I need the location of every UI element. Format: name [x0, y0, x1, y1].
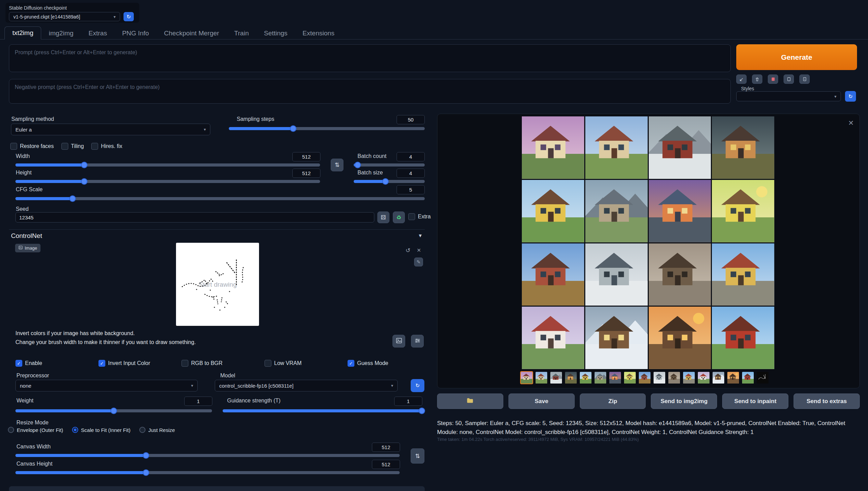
gallery-thumbnail-2[interactable]: [535, 371, 548, 384]
checkbox-restore-faces[interactable]: Restore faces: [10, 143, 54, 150]
checkbox-enable[interactable]: ✓ Enable: [15, 360, 98, 367]
gallery-thumbnail-4[interactable]: [564, 371, 577, 384]
slider-track[interactable]: [354, 163, 425, 167]
guidance-strength-value[interactable]: 1: [394, 397, 422, 406]
gallery-image-2[interactable]: [585, 116, 648, 179]
extra-networks-button[interactable]: [768, 75, 778, 84]
gallery-image-13[interactable]: [522, 307, 584, 369]
clear-prompt-button[interactable]: [752, 75, 762, 84]
canvas-settings-button[interactable]: [411, 335, 424, 347]
slider-handle[interactable]: [81, 162, 87, 168]
gallery-thumbnail-11[interactable]: [668, 371, 681, 384]
sampling-steps-slider[interactable]: [229, 125, 425, 132]
checkbox-extra[interactable]: Extra: [408, 213, 431, 220]
checkbox-guess-mode[interactable]: ✓ Guess Mode: [348, 360, 431, 367]
checkbox-hires-fix[interactable]: Hires. fix: [91, 143, 122, 150]
batch-size-slider[interactable]: [354, 178, 425, 185]
controlnet-collapse-icon[interactable]: ▼: [418, 233, 423, 238]
canvas-height-value[interactable]: 512: [372, 460, 400, 469]
send-to-extras-button[interactable]: Send to extras: [794, 393, 860, 409]
slider-handle[interactable]: [354, 162, 361, 168]
gallery-image-1[interactable]: [522, 116, 584, 179]
radio-scale-to-fit-inner-fit[interactable]: Scale to Fit (Inner Fit): [72, 427, 130, 433]
gallery-thumbnail-9[interactable]: [638, 371, 651, 384]
slider-handle[interactable]: [143, 452, 149, 459]
apply-style-button[interactable]: [784, 75, 794, 84]
tab-png-info[interactable]: PNG Info: [115, 27, 156, 39]
radio-just-resize[interactable]: Just Resize: [139, 427, 175, 433]
gallery-thumbnail-5[interactable]: [579, 371, 592, 384]
gallery-image-11[interactable]: [649, 243, 711, 306]
canvas-height-slider[interactable]: [15, 469, 400, 476]
controlnet-section-title[interactable]: ControlNet: [11, 232, 42, 240]
slider-handle[interactable]: [419, 408, 425, 414]
model-select[interactable]: control_scribble-fp16 [c508311e] ▾: [215, 380, 398, 391]
send-to-img2img-button[interactable]: Send to img2img: [651, 393, 717, 409]
tab-train[interactable]: Train: [227, 27, 257, 39]
gallery-thumbnail-scribble[interactable]: [756, 371, 769, 384]
tab-txt2img[interactable]: txt2img: [4, 26, 41, 39]
tab-extras[interactable]: Extras: [81, 27, 115, 39]
controlnet-drawing-canvas[interactable]: Start drawing: [176, 243, 259, 326]
tab-checkpoint-merger[interactable]: Checkpoint Merger: [156, 27, 227, 39]
batch-count-slider[interactable]: [354, 161, 425, 169]
gallery-thumbnail-16[interactable]: [741, 371, 754, 384]
gallery-image-4[interactable]: [712, 116, 774, 179]
zip-button[interactable]: Zip: [580, 393, 646, 409]
guidance-strength-slider[interactable]: [223, 407, 422, 414]
gallery-image-12[interactable]: [712, 243, 774, 306]
gallery-thumbnail-1[interactable]: [520, 371, 533, 384]
tab-img2img[interactable]: img2img: [41, 27, 81, 39]
slider-track[interactable]: [15, 197, 425, 200]
batch-count-value[interactable]: 4: [397, 152, 425, 161]
cfg-scale-value[interactable]: 5: [397, 185, 425, 194]
checkpoint-refresh-button[interactable]: ↻: [124, 12, 134, 21]
tab-settings[interactable]: Settings: [256, 27, 295, 39]
height-slider[interactable]: [15, 178, 320, 185]
close-gallery-button[interactable]: ✕: [848, 119, 854, 127]
gallery-image-9[interactable]: [522, 243, 584, 306]
gallery-thumbnail-15[interactable]: [727, 371, 740, 384]
canvas-width-value[interactable]: 512: [372, 443, 400, 452]
generate-button[interactable]: Generate: [736, 44, 857, 70]
gallery-image-3[interactable]: [649, 116, 711, 179]
reuse-seed-button[interactable]: ♻: [393, 212, 405, 223]
gallery-image-5[interactable]: [522, 180, 584, 242]
gallery-image-16[interactable]: [712, 307, 774, 369]
slider-handle[interactable]: [110, 408, 117, 414]
prompt-input[interactable]: [9, 44, 731, 72]
canvas-width-slider[interactable]: [15, 452, 400, 459]
styles-select[interactable]: ▾: [736, 91, 841, 101]
tab-extensions[interactable]: Extensions: [295, 27, 342, 39]
gallery-image-7[interactable]: [649, 180, 711, 242]
slider-handle[interactable]: [290, 125, 296, 132]
checkbox-rgb-to-bgr[interactable]: RGB to BGR: [181, 360, 265, 367]
gallery-thumbnail-14[interactable]: [712, 371, 725, 384]
height-value[interactable]: 512: [292, 169, 320, 178]
weight-slider[interactable]: [15, 407, 212, 414]
send-to-inpaint-button[interactable]: Send to inpaint: [722, 393, 788, 409]
slider-handle[interactable]: [69, 195, 76, 202]
clear-canvas-button[interactable]: ✕: [415, 246, 423, 254]
slider-handle[interactable]: [143, 469, 149, 476]
gallery-image-8[interactable]: [712, 180, 774, 242]
batch-size-value[interactable]: 4: [397, 169, 425, 178]
gallery-thumbnail-13[interactable]: [697, 371, 710, 384]
controlnet-image-tab[interactable]: Image: [15, 244, 40, 252]
preprocessor-select[interactable]: none ▾: [15, 380, 198, 391]
gallery-thumbnail-7[interactable]: [609, 371, 622, 384]
model-refresh-button[interactable]: ↻: [411, 379, 424, 392]
checkbox-invert-input-color[interactable]: ✓ Invert Input Color: [98, 360, 181, 367]
swap-dimensions-button[interactable]: ⇅: [331, 159, 343, 171]
gallery-image-14[interactable]: [585, 307, 648, 369]
gallery-thumbnail-12[interactable]: [682, 371, 695, 384]
sampling-steps-value[interactable]: 50: [397, 115, 425, 124]
undo-drawing-button[interactable]: ↺: [404, 246, 412, 254]
gallery-thumbnail-6[interactable]: [594, 371, 607, 384]
slider-handle[interactable]: [382, 178, 389, 185]
checkbox-low-vram[interactable]: Low VRAM: [265, 360, 348, 367]
width-slider[interactable]: [15, 161, 320, 169]
slider-handle[interactable]: [81, 178, 87, 185]
paste-params-button[interactable]: ↙: [736, 75, 747, 84]
save-button[interactable]: Save: [508, 393, 575, 409]
